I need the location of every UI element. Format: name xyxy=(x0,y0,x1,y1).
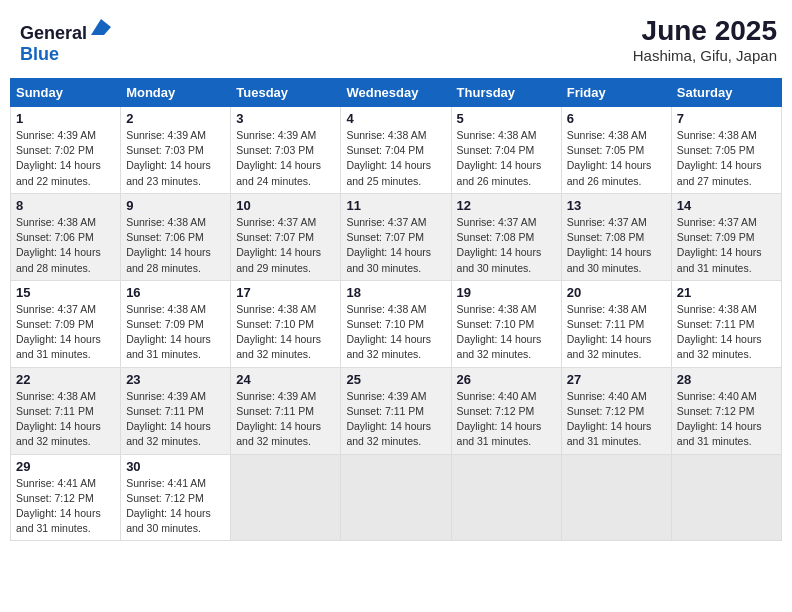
calendar-week-row: 22Sunrise: 4:38 AMSunset: 7:11 PMDayligh… xyxy=(11,367,782,454)
table-row: 12Sunrise: 4:37 AMSunset: 7:08 PMDayligh… xyxy=(451,193,561,280)
col-monday: Monday xyxy=(121,79,231,107)
table-row xyxy=(561,454,671,541)
table-row xyxy=(341,454,451,541)
day-number: 5 xyxy=(457,111,556,126)
table-row: 3Sunrise: 4:39 AMSunset: 7:03 PMDaylight… xyxy=(231,107,341,194)
table-row: 10Sunrise: 4:37 AMSunset: 7:07 PMDayligh… xyxy=(231,193,341,280)
table-row: 26Sunrise: 4:40 AMSunset: 7:12 PMDayligh… xyxy=(451,367,561,454)
day-number: 7 xyxy=(677,111,776,126)
calendar-header-row: Sunday Monday Tuesday Wednesday Thursday… xyxy=(11,79,782,107)
table-row: 8Sunrise: 4:38 AMSunset: 7:06 PMDaylight… xyxy=(11,193,121,280)
table-row: 27Sunrise: 4:40 AMSunset: 7:12 PMDayligh… xyxy=(561,367,671,454)
table-row: 7Sunrise: 4:38 AMSunset: 7:05 PMDaylight… xyxy=(671,107,781,194)
day-info: Sunrise: 4:40 AMSunset: 7:12 PMDaylight:… xyxy=(457,389,556,450)
table-row: 1Sunrise: 4:39 AMSunset: 7:02 PMDaylight… xyxy=(11,107,121,194)
day-number: 12 xyxy=(457,198,556,213)
calendar-week-row: 8Sunrise: 4:38 AMSunset: 7:06 PMDaylight… xyxy=(11,193,782,280)
day-number: 11 xyxy=(346,198,445,213)
day-number: 24 xyxy=(236,372,335,387)
svg-marker-0 xyxy=(91,19,111,35)
day-number: 28 xyxy=(677,372,776,387)
calendar-week-row: 15Sunrise: 4:37 AMSunset: 7:09 PMDayligh… xyxy=(11,280,782,367)
table-row: 21Sunrise: 4:38 AMSunset: 7:11 PMDayligh… xyxy=(671,280,781,367)
table-row: 22Sunrise: 4:38 AMSunset: 7:11 PMDayligh… xyxy=(11,367,121,454)
table-row: 16Sunrise: 4:38 AMSunset: 7:09 PMDayligh… xyxy=(121,280,231,367)
table-row: 29Sunrise: 4:41 AMSunset: 7:12 PMDayligh… xyxy=(11,454,121,541)
table-row: 28Sunrise: 4:40 AMSunset: 7:12 PMDayligh… xyxy=(671,367,781,454)
table-row: 15Sunrise: 4:37 AMSunset: 7:09 PMDayligh… xyxy=(11,280,121,367)
day-info: Sunrise: 4:38 AMSunset: 7:11 PMDaylight:… xyxy=(567,302,666,363)
day-number: 17 xyxy=(236,285,335,300)
table-row: 2Sunrise: 4:39 AMSunset: 7:03 PMDaylight… xyxy=(121,107,231,194)
day-number: 22 xyxy=(16,372,115,387)
day-number: 23 xyxy=(126,372,225,387)
table-row xyxy=(671,454,781,541)
day-number: 13 xyxy=(567,198,666,213)
logo-general: General xyxy=(20,23,87,43)
day-number: 26 xyxy=(457,372,556,387)
col-thursday: Thursday xyxy=(451,79,561,107)
calendar-table: Sunday Monday Tuesday Wednesday Thursday… xyxy=(10,78,782,541)
table-row: 18Sunrise: 4:38 AMSunset: 7:10 PMDayligh… xyxy=(341,280,451,367)
day-number: 20 xyxy=(567,285,666,300)
col-friday: Friday xyxy=(561,79,671,107)
day-info: Sunrise: 4:38 AMSunset: 7:05 PMDaylight:… xyxy=(567,128,666,189)
day-number: 25 xyxy=(346,372,445,387)
day-info: Sunrise: 4:39 AMSunset: 7:03 PMDaylight:… xyxy=(126,128,225,189)
day-number: 21 xyxy=(677,285,776,300)
day-info: Sunrise: 4:38 AMSunset: 7:04 PMDaylight:… xyxy=(457,128,556,189)
day-number: 15 xyxy=(16,285,115,300)
page-header: General Blue June 2025 Hashima, Gifu, Ja… xyxy=(10,10,782,70)
day-info: Sunrise: 4:38 AMSunset: 7:04 PMDaylight:… xyxy=(346,128,445,189)
day-number: 6 xyxy=(567,111,666,126)
day-info: Sunrise: 4:38 AMSunset: 7:06 PMDaylight:… xyxy=(16,215,115,276)
day-info: Sunrise: 4:39 AMSunset: 7:11 PMDaylight:… xyxy=(346,389,445,450)
logo-text: General Blue xyxy=(20,15,113,65)
day-info: Sunrise: 4:40 AMSunset: 7:12 PMDaylight:… xyxy=(567,389,666,450)
table-row: 5Sunrise: 4:38 AMSunset: 7:04 PMDaylight… xyxy=(451,107,561,194)
table-row: 20Sunrise: 4:38 AMSunset: 7:11 PMDayligh… xyxy=(561,280,671,367)
day-number: 16 xyxy=(126,285,225,300)
day-info: Sunrise: 4:39 AMSunset: 7:02 PMDaylight:… xyxy=(16,128,115,189)
day-info: Sunrise: 4:37 AMSunset: 7:08 PMDaylight:… xyxy=(567,215,666,276)
table-row: 30Sunrise: 4:41 AMSunset: 7:12 PMDayligh… xyxy=(121,454,231,541)
table-row xyxy=(451,454,561,541)
day-info: Sunrise: 4:37 AMSunset: 7:09 PMDaylight:… xyxy=(16,302,115,363)
day-info: Sunrise: 4:41 AMSunset: 7:12 PMDaylight:… xyxy=(16,476,115,537)
day-number: 19 xyxy=(457,285,556,300)
day-info: Sunrise: 4:39 AMSunset: 7:11 PMDaylight:… xyxy=(236,389,335,450)
table-row: 13Sunrise: 4:37 AMSunset: 7:08 PMDayligh… xyxy=(561,193,671,280)
day-number: 30 xyxy=(126,459,225,474)
table-row: 23Sunrise: 4:39 AMSunset: 7:11 PMDayligh… xyxy=(121,367,231,454)
day-number: 27 xyxy=(567,372,666,387)
day-info: Sunrise: 4:38 AMSunset: 7:05 PMDaylight:… xyxy=(677,128,776,189)
table-row: 4Sunrise: 4:38 AMSunset: 7:04 PMDaylight… xyxy=(341,107,451,194)
day-number: 8 xyxy=(16,198,115,213)
table-row: 6Sunrise: 4:38 AMSunset: 7:05 PMDaylight… xyxy=(561,107,671,194)
day-info: Sunrise: 4:41 AMSunset: 7:12 PMDaylight:… xyxy=(126,476,225,537)
day-info: Sunrise: 4:38 AMSunset: 7:11 PMDaylight:… xyxy=(16,389,115,450)
day-info: Sunrise: 4:38 AMSunset: 7:10 PMDaylight:… xyxy=(457,302,556,363)
logo: General Blue xyxy=(20,15,113,65)
day-info: Sunrise: 4:38 AMSunset: 7:10 PMDaylight:… xyxy=(236,302,335,363)
table-row: 24Sunrise: 4:39 AMSunset: 7:11 PMDayligh… xyxy=(231,367,341,454)
day-info: Sunrise: 4:38 AMSunset: 7:10 PMDaylight:… xyxy=(346,302,445,363)
day-info: Sunrise: 4:38 AMSunset: 7:06 PMDaylight:… xyxy=(126,215,225,276)
day-info: Sunrise: 4:37 AMSunset: 7:07 PMDaylight:… xyxy=(236,215,335,276)
day-info: Sunrise: 4:37 AMSunset: 7:08 PMDaylight:… xyxy=(457,215,556,276)
table-row: 14Sunrise: 4:37 AMSunset: 7:09 PMDayligh… xyxy=(671,193,781,280)
calendar-week-row: 1Sunrise: 4:39 AMSunset: 7:02 PMDaylight… xyxy=(11,107,782,194)
logo-blue: Blue xyxy=(20,44,59,64)
day-number: 9 xyxy=(126,198,225,213)
table-row: 11Sunrise: 4:37 AMSunset: 7:07 PMDayligh… xyxy=(341,193,451,280)
table-row: 9Sunrise: 4:38 AMSunset: 7:06 PMDaylight… xyxy=(121,193,231,280)
day-info: Sunrise: 4:39 AMSunset: 7:03 PMDaylight:… xyxy=(236,128,335,189)
table-row xyxy=(231,454,341,541)
day-info: Sunrise: 4:40 AMSunset: 7:12 PMDaylight:… xyxy=(677,389,776,450)
day-number: 29 xyxy=(16,459,115,474)
day-info: Sunrise: 4:39 AMSunset: 7:11 PMDaylight:… xyxy=(126,389,225,450)
col-sunday: Sunday xyxy=(11,79,121,107)
col-tuesday: Tuesday xyxy=(231,79,341,107)
day-number: 14 xyxy=(677,198,776,213)
day-info: Sunrise: 4:37 AMSunset: 7:09 PMDaylight:… xyxy=(677,215,776,276)
